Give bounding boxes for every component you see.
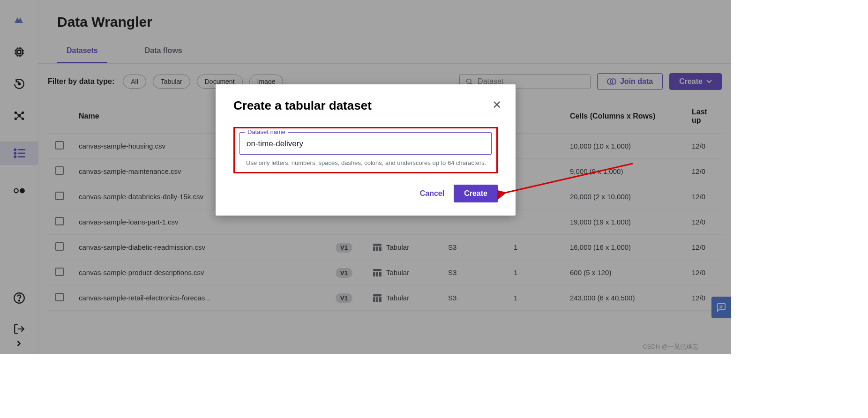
modal-actions: Cancel Create	[233, 185, 498, 202]
dataset-name-input[interactable]	[247, 139, 485, 149]
dataset-name-field[interactable]: Dataset name	[239, 132, 492, 155]
input-highlight: Dataset name Use only letters, numbers, …	[233, 127, 498, 173]
cancel-button[interactable]: Cancel	[420, 189, 444, 198]
modal-overlay: Create a tabular dataset ✕ Dataset name …	[0, 0, 731, 354]
input-label: Dataset name	[245, 128, 288, 135]
modal-create-button[interactable]: Create	[454, 185, 498, 202]
create-dataset-modal: Create a tabular dataset ✕ Dataset name …	[216, 84, 516, 216]
close-icon[interactable]: ✕	[492, 98, 501, 112]
input-hint: Use only letters, numbers, spaces, dashe…	[239, 159, 492, 166]
modal-title: Create a tabular dataset	[233, 98, 498, 113]
